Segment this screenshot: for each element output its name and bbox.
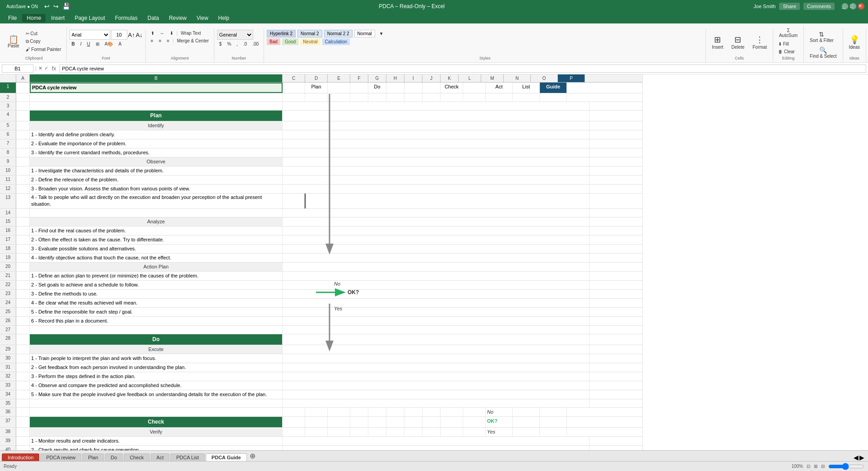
cell-C1[interactable]: [283, 83, 305, 93]
col-header-J[interactable]: J: [422, 74, 441, 82]
align-bottom-button[interactable]: ⬇: [167, 30, 176, 37]
currency-button[interactable]: $: [217, 41, 224, 47]
cell-F1[interactable]: [350, 83, 368, 93]
menu-home[interactable]: Home: [22, 14, 46, 22]
menu-insert[interactable]: Insert: [46, 14, 69, 22]
cell-do-header[interactable]: Do: [30, 334, 283, 345]
cell-D1[interactable]: Plan: [305, 83, 328, 93]
percent-button[interactable]: %: [225, 41, 233, 47]
row-num-2[interactable]: 2: [0, 93, 16, 102]
cell-I1[interactable]: [404, 83, 422, 93]
cell-K1[interactable]: Check: [441, 83, 463, 93]
row-num-4[interactable]: 4: [0, 111, 16, 121]
confirm-icon[interactable]: ✓: [44, 65, 48, 71]
menu-review[interactable]: Review: [164, 14, 191, 22]
add-sheet-button[interactable]: ⊕: [250, 451, 255, 452]
hyperlink2-style[interactable]: Hyperlink 2: [267, 30, 296, 37]
cell-B1[interactable]: PDCA cycle review: [30, 83, 283, 93]
menu-data[interactable]: Data: [143, 14, 163, 22]
merge-center-button[interactable]: Merge & Center: [175, 37, 211, 44]
col-header-D[interactable]: D: [305, 74, 328, 82]
menu-help[interactable]: Help: [214, 14, 234, 22]
col-header-O[interactable]: O: [531, 74, 558, 82]
col-header-C[interactable]: C: [283, 74, 305, 82]
menu-pagelayout[interactable]: Page Layout: [70, 14, 109, 22]
comments-button[interactable]: Comments: [803, 3, 835, 10]
increase-decimal-button[interactable]: .0: [241, 41, 249, 47]
col-header-A[interactable]: A: [16, 74, 30, 82]
cell-E1[interactable]: [328, 83, 350, 93]
format-painter-button[interactable]: 🖌 Format Painter: [23, 46, 64, 53]
bad-style[interactable]: Bad: [267, 38, 280, 45]
format-cells-button[interactable]: ⋮ Format: [749, 30, 770, 55]
fill-button[interactable]: ⬇ Fill: [776, 41, 791, 47]
align-left-button[interactable]: ≡: [149, 37, 156, 44]
cell-L1[interactable]: [463, 83, 486, 93]
col-header-B[interactable]: B: [30, 74, 283, 82]
formula-input[interactable]: PDCA cycle review: [60, 65, 866, 73]
decrease-decimal-button[interactable]: .00: [250, 41, 261, 47]
cut-button[interactable]: ✂ Cut: [23, 30, 64, 37]
ideas-button[interactable]: 💡 Ideas: [846, 30, 863, 55]
cell-identify[interactable]: Identify: [30, 121, 283, 130]
menu-formulas[interactable]: Formulas: [111, 14, 142, 22]
col-header-E[interactable]: E: [328, 74, 350, 82]
styles-more-button[interactable]: ▼: [377, 30, 386, 37]
normal22-style[interactable]: Normal 2 2: [324, 30, 353, 37]
good-style[interactable]: Good: [282, 38, 298, 45]
cell-check-header[interactable]: Check: [30, 417, 283, 427]
neutral-style[interactable]: Neutral: [300, 38, 320, 45]
align-center-button[interactable]: ≡: [157, 37, 164, 44]
find-select-button[interactable]: 🔍 Find & Select: [807, 45, 840, 60]
autosum-button[interactable]: Σ AutoSum: [776, 26, 801, 40]
cell-A1[interactable]: [16, 83, 30, 93]
col-header-G[interactable]: G: [368, 74, 386, 82]
cell-G1[interactable]: Do: [368, 83, 386, 93]
fill-color-button[interactable]: A🎨: [102, 41, 116, 47]
row-num-5[interactable]: 5: [0, 121, 16, 130]
col-header-L[interactable]: L: [459, 74, 481, 82]
menu-file[interactable]: File: [4, 14, 21, 22]
minimize-btn[interactable]: _: [842, 3, 848, 9]
row-num-1[interactable]: 1: [0, 83, 16, 93]
font-color-button[interactable]: A: [116, 41, 124, 47]
italic-button[interactable]: I: [78, 41, 84, 47]
col-header-M[interactable]: M: [481, 74, 504, 82]
normal-style[interactable]: Normal: [354, 30, 375, 37]
redo-icon[interactable]: ↪: [53, 3, 59, 10]
cell-M1[interactable]: Act: [486, 83, 513, 93]
align-top-button[interactable]: ⬆: [149, 30, 157, 37]
row-num-3[interactable]: 3: [0, 102, 16, 110]
number-format-select[interactable]: General: [217, 30, 253, 40]
calculation-style[interactable]: Calculation: [322, 38, 350, 45]
cancel-icon[interactable]: ✕: [38, 65, 42, 71]
cell-J1[interactable]: [422, 83, 441, 93]
underline-button[interactable]: U: [85, 41, 93, 47]
decrease-font-icon[interactable]: A↓: [136, 32, 143, 38]
delete-cells-button[interactable]: ⊟ Delete: [728, 30, 747, 55]
col-header-K[interactable]: K: [441, 74, 459, 82]
font-size-input[interactable]: [111, 30, 127, 40]
menu-view[interactable]: View: [192, 14, 213, 22]
clear-button[interactable]: 🗑 Clear: [776, 48, 797, 55]
wrap-text-button[interactable]: Wrap Text: [178, 30, 203, 37]
col-header-F[interactable]: F: [350, 74, 368, 82]
increase-font-icon[interactable]: A↑: [128, 32, 135, 38]
insert-cells-button[interactable]: ⊞ Insert: [709, 30, 726, 55]
maximize-btn[interactable]: □: [850, 3, 856, 9]
close-btn[interactable]: ✕: [858, 3, 864, 9]
border-button[interactable]: ⊞: [93, 41, 102, 47]
undo-icon[interactable]: ↩: [44, 3, 50, 10]
col-header-I[interactable]: I: [404, 74, 422, 82]
cell-N1[interactable]: List: [513, 83, 540, 93]
paste-button[interactable]: 📋 Paste: [5, 28, 23, 55]
bold-button[interactable]: B: [70, 41, 77, 47]
cell-plan-header[interactable]: Plan: [30, 111, 283, 121]
cell-reference-input[interactable]: B1: [2, 65, 33, 73]
sort-filter-button[interactable]: ⇅ Sort & Filter: [807, 29, 837, 45]
align-right-button[interactable]: ≡: [165, 37, 172, 44]
autosave-toggle[interactable]: AutoSave ● ON: [4, 4, 41, 9]
share-button[interactable]: Share: [779, 3, 799, 10]
copy-button[interactable]: ⧉ Copy: [23, 38, 64, 45]
cell-H1[interactable]: [386, 83, 404, 93]
